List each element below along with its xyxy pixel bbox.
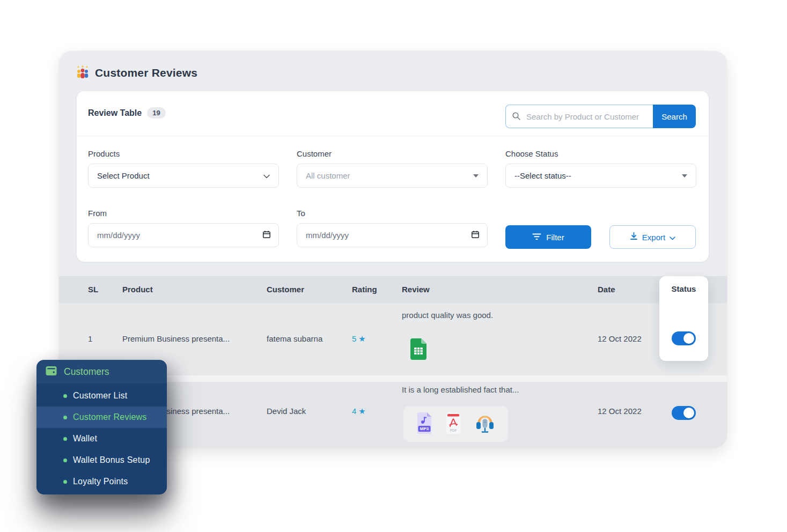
customer-select[interactable]: All customer (297, 164, 488, 188)
review-table-label: Review Table (88, 108, 142, 118)
bullet-icon (63, 480, 67, 484)
row-customer: fatema subarna (267, 334, 322, 343)
bullet-icon (63, 416, 67, 419)
row-product: Premium Business presenta... (122, 334, 230, 343)
chevron-down-icon (670, 233, 675, 242)
filter-panel: Review Table 19 Search P (77, 91, 709, 262)
search-group: Search (505, 105, 696, 128)
page-title: Customer Reviews (95, 66, 197, 79)
customer-select-value: All customer (306, 171, 350, 180)
filter-icon (532, 233, 541, 242)
sidebar-item-wallet[interactable]: Wallet (36, 428, 167, 449)
status-filter-group: Choose Status --Select status-- (505, 149, 696, 188)
pdf-file-icon[interactable]: PDF (445, 412, 462, 436)
export-button-label: Export (642, 233, 665, 242)
star-icon: ★ (358, 334, 365, 343)
filter-button[interactable]: Filter (505, 225, 591, 249)
podcast-icon[interactable] (474, 412, 496, 436)
status-toggle[interactable] (672, 331, 696, 345)
column-header-date: Date (598, 276, 615, 303)
row-date: 12 Oct 2022 (598, 334, 642, 343)
column-header-review: Review (402, 276, 430, 303)
column-header-sl: SL (88, 276, 98, 303)
search-button[interactable]: Search (653, 105, 696, 128)
sidebar-item-customer-list[interactable]: Customer List (36, 385, 167, 407)
customer-filter-group: Customer All customer (297, 149, 488, 188)
calendar-icon[interactable] (262, 230, 271, 240)
page-title-row: Customer Reviews (76, 65, 197, 81)
filter-button-label: Filter (546, 233, 564, 242)
page: Customer Reviews Review Table 19 (0, 0, 787, 532)
customers-submenu: Customers Customer List Customer Reviews… (36, 360, 167, 494)
review-table-heading: Review Table 19 (88, 107, 166, 119)
table-header-row: SL Product Customer Rating Review Date (59, 276, 727, 303)
row-rating: 5★ (352, 334, 366, 344)
sidebar-item-loyalty-points[interactable]: Loyalty Points (36, 471, 167, 492)
row-rating: 4★ (352, 407, 366, 416)
choose-status-label: Choose Status (505, 149, 696, 158)
review-count-badge: 19 (147, 107, 165, 119)
sidebar-item-customer-reviews[interactable]: Customer Reviews (36, 407, 167, 428)
to-label: To (297, 209, 488, 218)
products-label: Products (88, 149, 279, 158)
review-text: product quality was good. (402, 311, 493, 320)
bullet-icon (63, 394, 67, 398)
status-column-card: Status (659, 276, 708, 361)
download-icon (630, 232, 638, 242)
wallet-icon (46, 366, 57, 378)
status-select[interactable]: --Select status-- (505, 164, 696, 188)
sidebar-item-wallet-bonus-setup[interactable]: Wallet Bonus Setup (36, 449, 167, 471)
calendar-icon[interactable] (471, 230, 480, 240)
export-button[interactable]: Export (609, 225, 696, 249)
panel-divider (77, 136, 709, 136)
attachments-box: MP3 PDF (403, 406, 508, 442)
date-to-value: mm/dd/yyyy (306, 231, 349, 240)
mp3-file-icon[interactable]: MP3 (416, 412, 433, 436)
row-sl: 1 (88, 334, 92, 343)
caret-down-icon (473, 174, 479, 178)
review-text: It is a long established fact that... (402, 385, 519, 394)
customers-menu-items: Customer List Customer Reviews Wallet Wa… (36, 385, 167, 492)
spreadsheet-icon[interactable] (410, 338, 426, 362)
column-header-rating: Rating (352, 276, 377, 303)
caret-down-icon (682, 174, 687, 178)
column-header-product: Product (122, 276, 153, 303)
product-select[interactable]: Select Product (88, 164, 279, 188)
bullet-icon (63, 459, 67, 462)
products-filter-group: Products Select Product (88, 149, 279, 188)
date-to-group: To mm/dd/yyyy (297, 209, 488, 247)
row-customer: Devid Jack (267, 407, 306, 416)
column-header-customer: Customer (267, 276, 304, 303)
row-date: 12 Oct 2022 (598, 407, 642, 416)
search-input[interactable] (505, 105, 653, 128)
customers-menu-header[interactable]: Customers (36, 360, 167, 383)
from-label: From (88, 209, 279, 218)
status-select-value: --Select status-- (514, 171, 571, 180)
bullet-icon (63, 437, 67, 441)
column-header-status: Status (659, 284, 708, 293)
chevron-down-icon (263, 171, 270, 180)
date-from-input[interactable]: mm/dd/yyyy (88, 223, 279, 247)
svg-text:PDF: PDF (450, 428, 457, 432)
product-select-value: Select Product (97, 171, 150, 180)
search-icon (512, 112, 521, 123)
people-group-icon (76, 65, 90, 81)
customers-menu-label: Customers (64, 366, 109, 378)
svg-text:MP3: MP3 (420, 426, 429, 431)
date-from-group: From mm/dd/yyyy (88, 209, 279, 247)
date-from-value: mm/dd/yyyy (97, 231, 140, 240)
date-to-input[interactable]: mm/dd/yyyy (297, 223, 488, 247)
star-icon: ★ (358, 407, 365, 416)
customer-label: Customer (297, 149, 488, 158)
status-toggle[interactable] (672, 406, 696, 420)
